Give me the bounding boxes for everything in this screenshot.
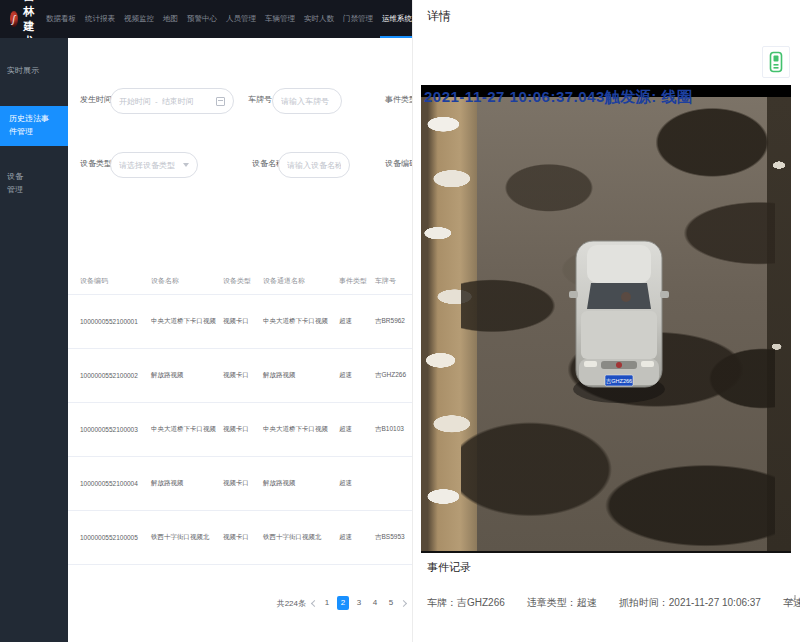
table-row[interactable]: 1000000552100001 中央大道桥下卡口视频 视频卡口 中央大道桥下卡… [68,294,412,348]
device-name-input-wrap [278,152,350,178]
pagination-total: 共224条 [277,598,306,609]
cell-plate: 吉BS5953 [372,510,412,564]
nav-item-video[interactable]: 视频监控 [124,0,154,38]
cell-name: 解放路视频 [148,348,220,402]
cell-event: 超速 [336,294,372,348]
nav-item-personnel[interactable]: 人员管理 [226,0,256,38]
device-type-select[interactable]: 请选择设备类型 [110,152,198,178]
cell-name: 中央大道桥下卡口视频 [148,294,220,348]
events-table: 设备编码 设备名称 设备类型 设备通道名称 事件类型 车牌号 100000055… [68,268,412,565]
nav-item-ops-system-active[interactable]: 运维系统 [382,0,412,38]
cell-event: 超速 [336,510,372,564]
table-row[interactable]: 1000000552100005 铁西十字街口视频北 视频卡口 铁西十字街口视频… [68,510,412,564]
cell-channel: 铁西十字街口视频北 [260,510,336,564]
device-name-input[interactable] [287,161,341,170]
event-record-row: 车牌：吉GHZ266 违章类型：超速 抓拍时间：2021-11-27 10:06… [427,596,800,610]
sidebar-item-device-mgmt[interactable]: 设备管理 [0,166,68,202]
table-row[interactable]: 1000000552100004 解放路视频 视频卡口 解放路视频 超速 [68,456,412,510]
device-thumbnail-button[interactable] [762,46,790,78]
cell-type: 视频卡口 [220,348,260,402]
record-plate: 车牌：吉GHZ266 [427,596,505,610]
nav-item-access-control[interactable]: 门禁管理 [343,0,373,38]
cell-code: 1000000552100001 [68,294,148,348]
return-arrow-icon [787,594,797,604]
cell-event: 超速 [336,456,372,510]
capture-photo[interactable]: 吉GHZ266 2021-11-27 10:06:37.043触发源: 线圈 [421,85,791,553]
record-plate-value: 吉GHZ266 [457,597,505,608]
page-button-2-active[interactable]: 2 [337,596,349,610]
sidebar: 实时展示 历史违法事件管理 设备管理 [0,38,68,642]
col-plate: 车牌号 [372,268,412,294]
event-record-title: 事件记录 [427,560,471,575]
page-button-4[interactable]: 4 [369,596,381,610]
cell-channel: 解放路视频 [260,456,336,510]
table-row[interactable]: 1000000552100003 中央大道桥下卡口视频 视频卡口 中央大道桥下卡… [68,402,412,456]
nav-menu: 数据看板 统计报表 视频监控 地图 预警中心 人员管理 车辆管理 实时人数 门禁… [46,0,412,38]
cell-name: 解放路视频 [148,456,220,510]
col-device-name: 设备名称 [148,268,220,294]
detail-panel: 详情 [412,0,800,642]
cell-event: 超速 [336,402,372,456]
nav-item-realtime-count[interactable]: 实时人数 [304,0,334,38]
chevron-down-icon [183,163,189,167]
nav-item-map[interactable]: 地图 [163,0,178,38]
page-button-1[interactable]: 1 [321,596,333,610]
table-header-row: 设备编码 设备名称 设备类型 设备通道名称 事件类型 车牌号 [68,268,412,294]
record-type-value: 超速 [577,597,597,608]
nav-item-reports[interactable]: 统计报表 [85,0,115,38]
record-type-label: 违章类型： [527,597,577,608]
calendar-icon [216,97,225,106]
device-type-placeholder: 请选择设备类型 [119,160,175,171]
col-channel-name: 设备通道名称 [260,268,336,294]
cell-code: 1000000552100002 [68,348,148,402]
cell-plate: 吉GHZ266 [372,348,412,402]
cell-name: 中央大道桥下卡口视频 [148,402,220,456]
detail-title: 详情 [427,8,451,25]
cell-plate: 吉BR5962 [372,294,412,348]
photo-timestamp-overlay: 2021-11-27 10:06:37.043触发源: 线圈 [424,88,692,107]
app-window: ʃ 吉林建龙 数据看板 统计报表 视频监控 地图 预警中心 人员管理 车辆管理 … [0,0,800,642]
filter-time-label: 发生时间 [80,94,112,105]
prev-page-icon[interactable] [311,599,318,606]
top-navbar: ʃ 吉林建龙 数据看板 统计报表 视频监控 地图 预警中心 人员管理 车辆管理 … [0,0,412,38]
cell-type: 视频卡口 [220,294,260,348]
nav-item-dashboard[interactable]: 数据看板 [46,0,76,38]
sidebar-item-history-violations-active[interactable]: 历史违法事件管理 [0,106,68,146]
cell-type: 视频卡口 [220,510,260,564]
cell-plate: 吉B10103 [372,402,412,456]
filter-event-type-label: 事件类型 [385,94,412,105]
pagination: 共224条 1 2 3 4 5 [277,596,406,610]
col-device-type: 设备类型 [220,268,260,294]
col-device-code: 设备编码 [68,268,148,294]
filter-device-code-label: 设备编码 [385,158,412,169]
page-button-3[interactable]: 3 [353,596,365,610]
col-event-type: 事件类型 [336,268,372,294]
plate-input[interactable] [281,97,333,106]
cell-event: 超速 [336,348,372,402]
cell-code: 1000000552100005 [68,510,148,564]
date-start-placeholder: 开始时间 [119,96,151,107]
cell-plate [372,456,412,510]
page-button-5[interactable]: 5 [385,596,397,610]
filter-device-type-label: 设备类型 [80,158,112,169]
nav-item-vehicles[interactable]: 车辆管理 [265,0,295,38]
cell-channel: 解放路视频 [260,348,336,402]
record-time-label: 抓拍时间： [619,597,669,608]
date-range-picker[interactable]: 开始时间 - 结束时间 [110,88,234,114]
cell-channel: 中央大道桥下卡口视频 [260,402,336,456]
record-time-value: 2021-11-27 10:06:37 [669,597,761,608]
record-violation-type: 违章类型：超速 [527,596,597,610]
next-page-icon[interactable] [400,599,407,606]
table-row[interactable]: 1000000552100002 解放路视频 视频卡口 解放路视频 超速 吉GH… [68,348,412,402]
date-separator: - [155,97,158,106]
filter-plate-label: 车牌号 [248,94,272,105]
cell-type: 视频卡口 [220,402,260,456]
signal-device-icon [768,51,784,73]
sidebar-item-realtime[interactable]: 实时展示 [0,60,68,83]
cell-code: 1000000552100003 [68,402,148,456]
nav-item-alerts[interactable]: 预警中心 [187,0,217,38]
vehicle-in-photo: 吉GHZ266 [563,213,675,409]
main-content: 发生时间 开始时间 - 结束时间 车牌号 事件类型 设备类型 请选择设备类型 设… [68,38,412,642]
record-capture-time: 抓拍时间：2021-11-27 10:06:37 [619,596,761,610]
cell-type: 视频卡口 [220,456,260,510]
